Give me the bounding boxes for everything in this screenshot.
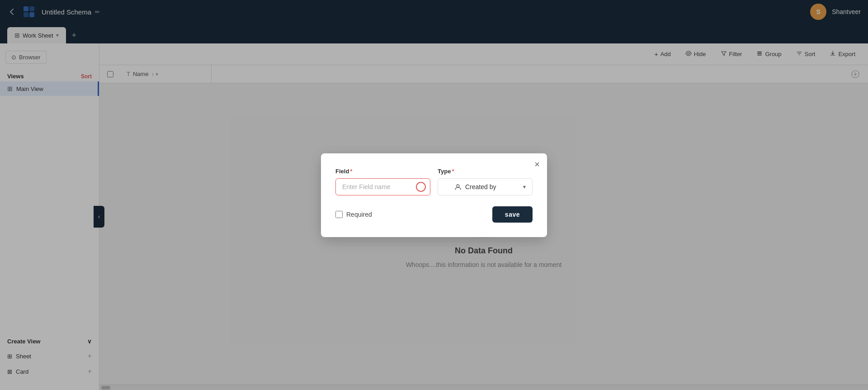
type-select-wrapper[interactable]: Created by ▾: [438, 178, 533, 195]
type-select-display[interactable]: Created by ▾: [438, 178, 533, 195]
type-field: Type* Created by ▾: [438, 168, 533, 195]
type-user-icon: [454, 183, 462, 190]
svg-point-13: [457, 185, 459, 187]
field-label: Field*: [335, 168, 430, 175]
required-checkbox-row: Required: [335, 211, 372, 218]
modal-footer: Required save: [335, 206, 533, 223]
field-input-wrapper: [335, 178, 430, 195]
type-label: Type*: [438, 168, 533, 175]
type-selected-value: Created by: [465, 183, 496, 190]
field-name-field: Field*: [335, 168, 430, 195]
required-label: Required: [346, 211, 372, 218]
modal-fields-row: Field* Type* Created by: [335, 168, 533, 195]
type-select-chevron: ▾: [523, 184, 526, 190]
required-checkbox[interactable]: [335, 211, 343, 218]
input-validation-indicator: [416, 182, 426, 192]
save-button[interactable]: save: [492, 206, 533, 223]
modal-overlay[interactable]: × Field* Type*: [0, 0, 868, 390]
modal-close-button[interactable]: ×: [534, 160, 540, 169]
add-field-modal: × Field* Type*: [321, 153, 547, 237]
